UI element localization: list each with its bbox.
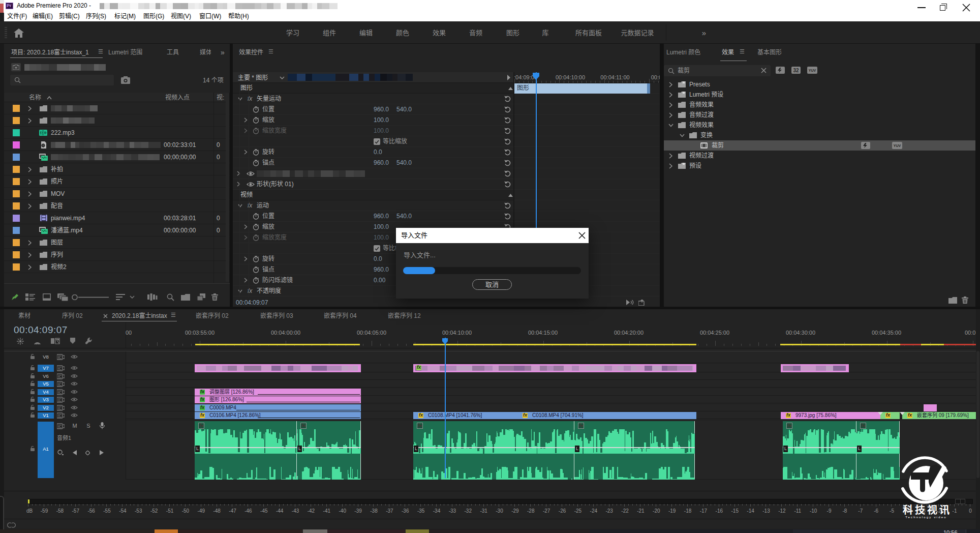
svg-text:YUV: YUV xyxy=(894,144,901,147)
svg-text:YUV: YUV xyxy=(809,69,816,72)
svg-text:32: 32 xyxy=(793,68,799,73)
svg-text:Technology video: Technology video xyxy=(905,516,947,519)
svg-text:科技视讯: 科技视讯 xyxy=(903,502,952,517)
